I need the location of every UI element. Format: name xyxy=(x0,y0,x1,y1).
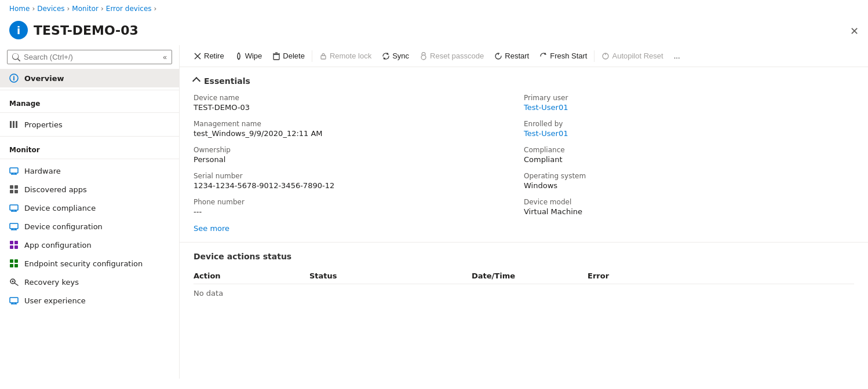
delete-button[interactable]: Delete xyxy=(268,49,309,63)
retire-button[interactable]: Retire xyxy=(189,49,229,63)
svg-rect-17 xyxy=(10,223,18,229)
device-actions-table: Action Status Date/Time Error No data xyxy=(194,268,854,302)
device-actions-section: Device actions status Action Status Date… xyxy=(180,243,868,311)
device-model-label: Device model xyxy=(524,198,854,206)
serial-number-value: 1234-1234-5678-9012-3456-7890-12 xyxy=(194,181,524,190)
retire-icon xyxy=(194,52,202,60)
sidebar-item-user-experience[interactable]: User experience xyxy=(0,291,179,310)
sidebar-divider-4 xyxy=(0,159,179,159)
sidebar-item-device-configuration-label: Device configuration xyxy=(24,222,103,231)
properties-icon xyxy=(9,120,19,129)
svg-rect-5 xyxy=(10,168,18,173)
recovery-keys-icon xyxy=(9,277,19,287)
endpoint-security-icon xyxy=(9,259,19,268)
manage-section-label: Manage xyxy=(0,93,179,110)
essentials-right-col: Primary user Test-User01 Enrolled by Tes… xyxy=(524,94,854,216)
management-name-item: Management name test_Windows_9/9/2020_12… xyxy=(194,120,524,138)
sync-button[interactable]: Sync xyxy=(377,49,414,63)
breadcrumb: Home › Devices › Monitor › Error devices… xyxy=(0,0,868,17)
serial-number-label: Serial number xyxy=(194,172,524,180)
svg-rect-22 xyxy=(14,241,18,244)
toolbar: Retire Wipe Delete Remote lock Sync Re xyxy=(180,45,868,67)
sidebar-item-device-compliance[interactable]: Device compliance xyxy=(0,199,179,217)
sidebar-item-device-configuration[interactable]: Device configuration xyxy=(0,217,179,236)
svg-rect-32 xyxy=(10,298,18,303)
device-model-item: Device model Virtual Machine xyxy=(524,198,854,216)
essentials-header: Essentials xyxy=(194,76,854,86)
remote-lock-icon xyxy=(319,52,327,60)
remote-lock-button[interactable]: Remote lock xyxy=(315,49,376,63)
breadcrumb-home[interactable]: Home xyxy=(9,5,30,13)
user-experience-icon xyxy=(9,296,19,305)
breadcrumb-devices[interactable]: Devices xyxy=(37,5,64,13)
svg-rect-41 xyxy=(321,56,326,59)
search-input[interactable] xyxy=(24,53,159,61)
wipe-icon xyxy=(235,52,243,60)
sidebar-item-endpoint-security[interactable]: Endpoint security configuration xyxy=(0,254,179,273)
sidebar-item-properties-label: Properties xyxy=(24,120,63,129)
svg-rect-13 xyxy=(10,205,18,210)
search-bar-container: « xyxy=(7,50,172,64)
sidebar-item-recovery-keys-label: Recovery keys xyxy=(24,278,79,287)
sidebar-item-recovery-keys[interactable]: Recovery keys xyxy=(0,273,179,291)
enrolled-by-link[interactable]: Test-User01 xyxy=(524,129,568,138)
essentials-section: Essentials Device name TEST-DEMO-03 Mana… xyxy=(180,67,868,243)
device-compliance-icon xyxy=(9,203,19,212)
compliance-value: Compliant xyxy=(524,155,854,164)
breadcrumb-monitor[interactable]: Monitor xyxy=(72,5,99,13)
autopilot-reset-button[interactable]: Autopilot Reset xyxy=(597,49,668,63)
sidebar-item-discovered-apps[interactable]: Discovered apps xyxy=(0,180,179,199)
device-name-label: Device name xyxy=(194,94,524,102)
enrolled-by-item: Enrolled by Test-User01 xyxy=(524,120,854,138)
discovered-apps-icon xyxy=(9,185,19,194)
operating-system-item: Operating system Windows xyxy=(524,172,854,190)
restart-button[interactable]: Restart xyxy=(490,49,534,63)
sidebar-item-hardware-label: Hardware xyxy=(24,167,61,175)
main-content: Retire Wipe Delete Remote lock Sync Re xyxy=(180,45,868,379)
sidebar-item-hardware[interactable]: Hardware xyxy=(0,162,179,180)
device-name-item: Device name TEST-DEMO-03 xyxy=(194,94,524,112)
sidebar-item-device-compliance-label: Device compliance xyxy=(24,204,96,212)
svg-rect-12 xyxy=(14,190,18,193)
essentials-grid: Device name TEST-DEMO-03 Management name… xyxy=(194,94,854,216)
collapse-sidebar-button[interactable]: « xyxy=(163,53,167,61)
sidebar-item-overview-label: Overview xyxy=(24,74,64,83)
sidebar-item-app-configuration-label: App configuration xyxy=(24,241,92,249)
phone-number-value: --- xyxy=(194,207,524,216)
fresh-start-button[interactable]: Fresh Start xyxy=(535,49,592,63)
svg-rect-27 xyxy=(10,264,13,267)
no-data-cell: No data xyxy=(194,284,854,303)
device-icon: i xyxy=(9,21,28,39)
primary-user-link[interactable]: Test-User01 xyxy=(524,103,568,112)
operating-system-label: Operating system xyxy=(524,172,854,180)
ownership-item: Ownership Personal xyxy=(194,146,524,164)
more-button[interactable]: ... xyxy=(669,49,685,63)
fresh-start-icon xyxy=(539,52,548,60)
svg-rect-2 xyxy=(10,121,12,128)
sidebar-item-overview[interactable]: i Overview xyxy=(0,69,179,87)
col-error-header: Error xyxy=(588,268,854,284)
sidebar-item-properties[interactable]: Properties xyxy=(0,115,179,134)
col-status-header: Status xyxy=(309,268,472,284)
essentials-left-col: Device name TEST-DEMO-03 Management name… xyxy=(194,94,524,216)
enrolled-by-label: Enrolled by xyxy=(524,120,854,128)
wipe-button[interactable]: Wipe xyxy=(230,49,267,63)
compliance-item: Compliance Compliant xyxy=(524,146,854,164)
sidebar-divider-3 xyxy=(0,136,179,137)
svg-point-42 xyxy=(421,55,426,60)
svg-rect-24 xyxy=(14,245,18,249)
ownership-label: Ownership xyxy=(194,146,524,154)
col-action-header: Action xyxy=(194,268,309,284)
see-more-link[interactable]: See more xyxy=(194,224,229,233)
svg-rect-10 xyxy=(14,185,18,189)
operating-system-value: Windows xyxy=(524,181,854,190)
essentials-title: Essentials xyxy=(204,76,250,86)
svg-text:i: i xyxy=(13,75,14,82)
monitor-section-label: Monitor xyxy=(0,139,179,156)
sidebar-item-app-configuration[interactable]: App configuration xyxy=(0,236,179,254)
reset-passcode-button[interactable]: Reset passcode xyxy=(415,49,488,63)
breadcrumb-error-devices[interactable]: Error devices xyxy=(106,5,152,13)
svg-rect-3 xyxy=(13,121,14,128)
primary-user-label: Primary user xyxy=(524,94,854,102)
close-button[interactable]: ✕ xyxy=(850,25,859,38)
